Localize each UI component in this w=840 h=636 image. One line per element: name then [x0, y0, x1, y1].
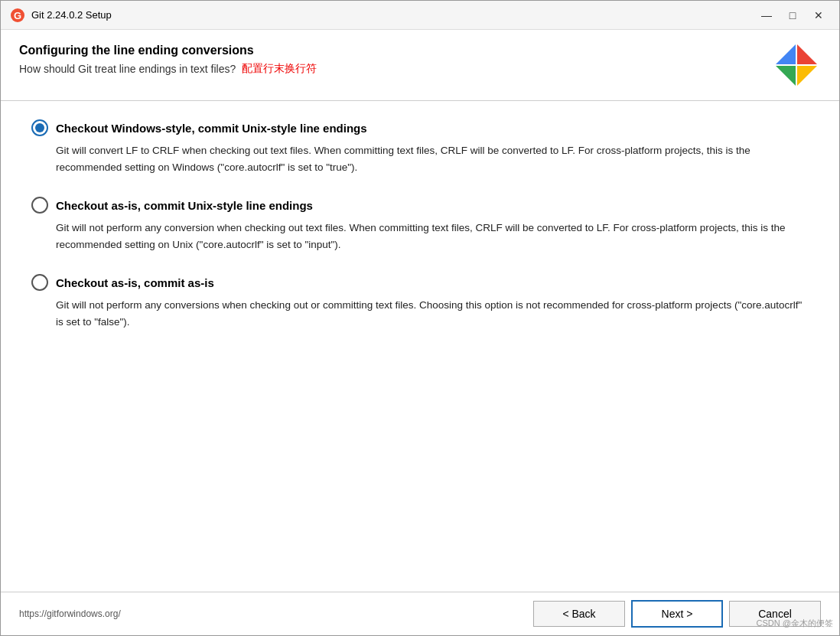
git-title-icon: G [10, 8, 25, 23]
radio-option-1: Checkout Windows-style, commit Unix-styl… [31, 119, 809, 175]
svg-marker-4 [775, 65, 796, 86]
radio-label-2: Checkout as-is, commit Unix-style line e… [56, 199, 313, 212]
git-logo [772, 41, 821, 90]
maximize-button[interactable]: □ [781, 7, 804, 24]
radio-label-row-1[interactable]: Checkout Windows-style, commit Unix-styl… [31, 119, 809, 136]
radio-button-2[interactable] [31, 197, 48, 214]
minimize-button[interactable]: — [755, 7, 778, 24]
header-subtitle-row: How should Git treat line endings in tex… [19, 62, 772, 76]
header-text: Configuring the line ending conversions … [19, 44, 772, 76]
content-area: Checkout Windows-style, commit Unix-styl… [1, 101, 839, 592]
back-button[interactable]: < Back [533, 601, 625, 627]
setup-window: G Git 2.24.0.2 Setup — □ ✕ Configuring t… [0, 0, 840, 636]
svg-text:G: G [14, 10, 21, 21]
radio-label-3: Checkout as-is, commit as-is [56, 276, 214, 289]
radio-option-2: Checkout as-is, commit Unix-style line e… [31, 197, 809, 253]
radio-description-1: Git will convert LF to CRLF when checkin… [56, 142, 809, 175]
radio-description-3: Git will not perform any conversions whe… [56, 297, 809, 330]
title-bar-left: G Git 2.24.0.2 Setup [10, 8, 112, 23]
watermark: CSDN @金木的便签 [757, 618, 833, 629]
window-title: Git 2.24.0.2 Setup [31, 9, 112, 21]
radio-label-1: Checkout Windows-style, commit Unix-styl… [56, 122, 367, 135]
next-button[interactable]: Next > [631, 600, 723, 628]
radio-description-2: Git will not perform any conversion when… [56, 220, 809, 253]
radio-option-3: Checkout as-is, commit as-is Git will no… [31, 274, 809, 330]
window-controls: — □ ✕ [755, 7, 830, 24]
header-subtitle: How should Git treat line endings in tex… [19, 63, 236, 75]
close-button[interactable]: ✕ [807, 7, 830, 24]
header-annotation: 配置行末换行符 [242, 62, 317, 76]
svg-marker-3 [796, 44, 818, 65]
svg-marker-2 [775, 44, 796, 65]
radio-label-row-2[interactable]: Checkout as-is, commit Unix-style line e… [31, 197, 809, 214]
radio-label-row-3[interactable]: Checkout as-is, commit as-is [31, 274, 809, 291]
title-bar: G Git 2.24.0.2 Setup — □ ✕ [1, 1, 839, 30]
header-title: Configuring the line ending conversions [19, 44, 772, 57]
header-section: Configuring the line ending conversions … [1, 30, 839, 101]
footer: https://gitforwindows.org/ < Back Next >… [1, 592, 839, 635]
svg-marker-5 [796, 65, 818, 86]
radio-button-1[interactable] [31, 119, 48, 136]
radio-button-3[interactable] [31, 274, 48, 291]
footer-link[interactable]: https://gitforwindows.org/ [19, 608, 121, 619]
